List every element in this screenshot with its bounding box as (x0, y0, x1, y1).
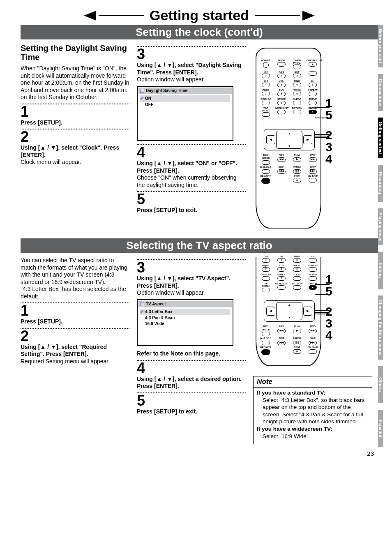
calendar-icon (140, 89, 144, 93)
remote-illustration-small: GHI4JKL5MNO6CHPQRS7TUV8WXYZ9REPEATDISPLA… (253, 257, 372, 372)
tab-before-you-start: Before you start (378, 25, 383, 67)
aspect-step3-sub: Option window will appear. (137, 289, 246, 297)
tab-setup-menu: Changing the Setup menu (378, 295, 383, 360)
note-h2: If you have a widescreen TV: (257, 425, 369, 433)
step4-text: Using [▲ / ▼], select "ON" or "OFF". Pre… (137, 160, 246, 174)
intro-aspect: You can select the TV aspect ratio to ma… (21, 257, 129, 300)
remote-illustration-large: POWERZOOMTIMER PROG.OPEN/CLOSE▲.@/:1ABC2… (253, 44, 372, 233)
aspect-step5-num: 5 (137, 393, 246, 408)
side-tabs: Before you start Connections Getting sta… (378, 25, 392, 453)
aspect-step4-text: Using [▲ / ▼], select a desired option. … (137, 376, 246, 390)
tab-recording: Recording (378, 165, 383, 202)
option-panscan: 4:3 Pan & Scan (145, 316, 175, 321)
arrow-right-icon (302, 11, 315, 21)
tab-getting-started: Getting started (378, 118, 383, 158)
aspect-step5-text: Press [SETUP] to exit. (137, 408, 246, 416)
aspect-step1-text: Press [SETUP]. (21, 318, 129, 325)
option-head-dst: Daylight Saving Time (146, 88, 187, 94)
option-on: ON (145, 96, 151, 102)
section-bar-clock: Setting the clock (cont'd) (21, 25, 378, 39)
refer-note: Refer to the Note on this page. (137, 350, 246, 358)
tab-editing: Editing (378, 252, 383, 289)
heading-dst: Setting the Daylight Saving Time (21, 44, 129, 62)
check-icon: ✔ (140, 96, 145, 102)
step2-sub: Clock menu will appear. (21, 159, 129, 166)
note-h1: If you have a standard TV: (257, 389, 369, 397)
note-box: Note If you have a standard TV: Select "… (253, 376, 372, 444)
tab-connections: Connections (378, 74, 383, 111)
section-bar-aspect: Selecting the TV aspect ratio (21, 238, 378, 253)
tab-others: Others (378, 366, 383, 403)
option-head-aspect: TV Aspect (146, 302, 166, 307)
aspect-step1-num: 1 (21, 303, 129, 318)
title-banner: Getting started (21, 7, 378, 23)
tab-espanol: Español (378, 410, 383, 447)
aspect-step2-num: 2 (21, 329, 129, 344)
callout-5: 5 (325, 108, 332, 122)
step2-text: Using [▲ / ▼], select "Clock". Press [EN… (21, 144, 129, 159)
step3-sub: Option window will appear. (137, 76, 246, 83)
aspect-step2-sub: Required Setting menu will appear. (21, 358, 129, 365)
intro-dst: When "Daylight Saving Time" is "ON", the… (21, 65, 129, 101)
step1-num: 1 (21, 104, 129, 119)
step4-num: 4 (137, 145, 246, 160)
option-box-dst: Daylight Saving Time ✔ON OFF (137, 86, 233, 141)
page-title: Getting started (150, 7, 249, 23)
note-b2: Select "16:9 Wide". (263, 433, 369, 440)
check-icon: ✔ (140, 309, 145, 315)
step4-sub: Choose "ON" when currently observing the… (137, 174, 246, 189)
option-box-aspect: TV Aspect ✔4:3 Letter Box 4:3 Pan & Scan… (137, 299, 233, 346)
tab-playing-discs: Playing discs (378, 208, 383, 245)
aspect-step3-text: Using [▲ / ▼], select "TV Aspect". Press… (137, 275, 246, 289)
tv-icon (140, 302, 144, 306)
step3-text: Using [▲ / ▼], select "Daylight Saving T… (137, 62, 246, 76)
step5-text: Press [SETUP] to exit. (137, 207, 246, 214)
callout-5b: 5 (325, 284, 332, 298)
callout-4b: 4 (325, 328, 332, 342)
step5-num: 5 (137, 192, 246, 207)
option-169: 16:9 Wide (145, 321, 164, 327)
aspect-step3-num: 3 (137, 260, 246, 275)
step3-num: 3 (137, 47, 246, 62)
option-letterbox: 4:3 Letter Box (145, 309, 173, 315)
aspect-step4-num: 4 (137, 361, 246, 376)
step1-text: Press [SETUP]. (21, 119, 129, 127)
callout-4: 4 (325, 152, 332, 166)
note-head: Note (254, 376, 372, 388)
step2-num: 2 (21, 129, 129, 144)
page-number: 23 (21, 450, 378, 457)
note-b1: Select "4:3 Letter Box", so that black b… (263, 397, 369, 425)
arrow-left-icon (84, 11, 96, 21)
aspect-step2-text: Using [▲ / ▼], select "Required Setting"… (21, 344, 129, 358)
option-off: OFF (145, 102, 153, 108)
